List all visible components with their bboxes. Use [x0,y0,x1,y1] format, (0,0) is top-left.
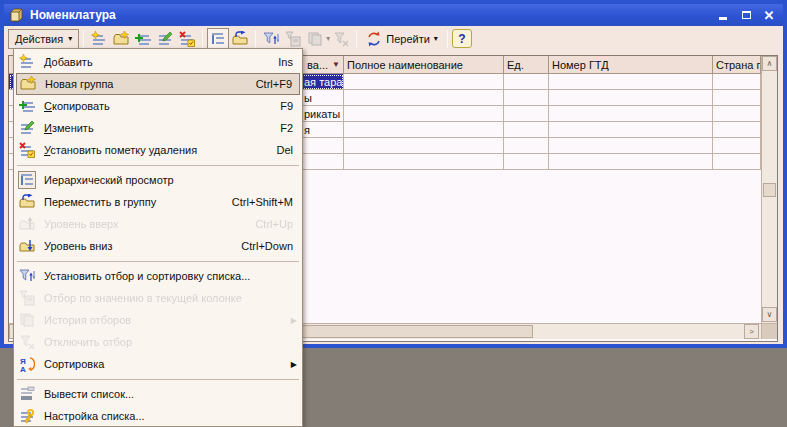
scroll-down-icon[interactable]: ∨ [762,307,777,322]
cell-gtd-number[interactable] [549,138,713,154]
vertical-scrollbar[interactable]: ∧ ∨ [761,56,777,323]
menu-item-new-group[interactable]: Новая группа Ctrl+F9 [16,73,300,95]
menu-item-sort[interactable]: Сортировка ▶ [14,353,302,375]
move-to-group-button[interactable] [229,28,251,50]
cell-full-name[interactable] [344,154,504,170]
delete-mark-icon [19,142,35,158]
cell-gtd-number[interactable] [549,74,713,90]
menu-item-copy[interactable]: Скопировать F9 [14,95,302,117]
cell-gtd-number[interactable] [549,90,713,106]
add-button[interactable] [88,28,110,50]
cell-country[interactable] [713,74,761,90]
menu-item-shortcut: Ins [278,56,293,68]
level-down-icon [19,238,35,254]
hierarchical-view-toggle[interactable] [207,28,229,50]
menu-item-set-filter-sort[interactable]: Установить отбор и сортировку списка... [14,265,302,287]
disable-filter-icon [333,31,349,47]
scroll-up-icon[interactable]: ∧ [762,56,777,71]
filter-sort-button[interactable] [260,28,282,50]
edit-icon [19,120,35,136]
cell-unit[interactable] [504,106,549,122]
delete-mark-button[interactable] [176,28,198,50]
cell-unit[interactable] [504,74,549,90]
cell-unit[interactable] [504,122,549,138]
scrollbar-corner [761,323,777,339]
sort-icon [19,356,35,372]
cell-gtd-number[interactable] [549,154,713,170]
new-group-button[interactable] [110,28,132,50]
menu-item-label: Установить пометку удаления [44,144,268,156]
cell-unit[interactable] [504,90,549,106]
menu-item-add[interactable]: Добавить Ins [14,51,302,73]
cell-unit[interactable] [504,138,549,154]
toolbar-separator [83,30,84,48]
menu-item-label: Отключить отбор [44,336,285,348]
copy-button[interactable] [132,28,154,50]
menu-item-shortcut: Ctrl+Down [241,240,293,252]
menu-item-delete-mark[interactable]: Установить пометку удаления Del [14,139,302,161]
menu-item-label: Уровень вниз [44,240,233,252]
sort-desc-icon: ▼ [332,60,340,69]
cell-country[interactable] [713,154,761,170]
desktop: Номенклатура ✕ Действия ▾ ▾ [0,0,787,427]
cell-full-name[interactable] [344,90,504,106]
minimize-button[interactable] [714,8,732,23]
submenu-arrow-icon: ▶ [291,360,297,369]
menu-item-output-list[interactable]: Вывести список... [14,383,302,405]
hierarchy-icon [19,172,35,188]
menu-item-level-up: Уровень вверх Ctrl+Up [14,213,302,235]
goto-label: Перейти [386,33,430,45]
menu-item-shortcut: Ctrl+Shift+M [232,196,293,208]
scroll-right-icon[interactable]: > [744,324,759,339]
column-header-unit[interactable]: Ед. [504,56,549,74]
vertical-scroll-thumb[interactable] [763,183,776,197]
filter-by-value-icon [285,31,301,47]
copy-icon [135,31,151,47]
cell-gtd-number[interactable] [549,122,713,138]
column-header-full-name[interactable]: Полное наименование [344,56,504,74]
menu-item-move-to-group[interactable]: Переместить в группу Ctrl+Shift+M [14,191,302,213]
menu-item-label: Сортировка [44,358,293,370]
filter-sort-icon [263,31,279,47]
cell-country[interactable] [713,138,761,154]
help-button[interactable]: ? [452,29,472,48]
menu-item-hierarchical-view[interactable]: Иерархический просмотр [14,169,302,191]
new-group-icon [113,31,129,47]
column-header-country[interactable]: Страна п [713,56,761,74]
menu-item-edit[interactable]: Изменить F2 [14,117,302,139]
column-header-gtd-number[interactable]: Номер ГТД [549,56,713,74]
filter-by-value-button [282,28,304,50]
menu-item-label: Скопировать [44,100,272,112]
cell-full-name[interactable] [344,106,504,122]
cell-country[interactable] [713,122,761,138]
edit-button[interactable] [154,28,176,50]
app-icon [9,7,25,23]
actions-button[interactable]: Действия ▾ [8,29,79,49]
menu-item-label: Отбор по значению в текущей колонке [44,292,285,304]
menu-item-list-settings[interactable]: Настройка списка... [14,405,302,427]
cell-unit[interactable] [504,154,549,170]
menu-item-label: Вывести список... [44,388,285,400]
hierarchy-icon [210,31,226,47]
titlebar[interactable]: Номенклатура ✕ [4,4,783,26]
cell-full-name[interactable] [344,138,504,154]
menu-item-filter-by-value: Отбор по значению в текущей колонке [14,287,302,309]
cell-full-name[interactable] [344,122,504,138]
column-header-label: Ед. [507,59,524,71]
chevron-down-icon: ▾ [434,35,438,43]
menu-item-shortcut: F9 [280,100,293,112]
menu-item-label: История отборов [44,314,293,326]
toolbar-separator [255,30,256,48]
close-button[interactable]: ✕ [760,8,778,23]
menu-item-label: Новая группа [45,78,248,90]
goto-button[interactable]: Перейти ▾ [361,29,443,49]
cell-country[interactable] [713,90,761,106]
window-title: Номенклатура [30,8,709,22]
maximize-button[interactable] [737,8,755,23]
cell-full-name[interactable] [344,74,504,90]
cell-gtd-number[interactable] [549,106,713,122]
menu-item-level-down[interactable]: Уровень вниз Ctrl+Down [14,235,302,257]
menu-item-label: Изменить [44,122,272,134]
disable-filter-button [330,28,352,50]
cell-country[interactable] [713,106,761,122]
